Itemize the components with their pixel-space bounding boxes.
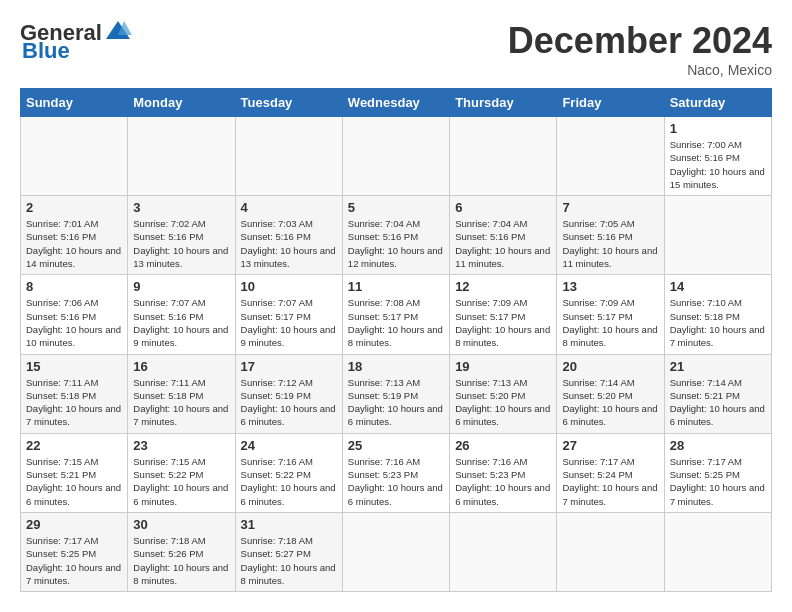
logo-icon xyxy=(104,17,132,45)
calendar-week-row: 29Sunrise: 7:17 AM Sunset: 5:25 PM Dayli… xyxy=(21,512,772,591)
day-info: Sunrise: 7:09 AM Sunset: 5:17 PM Dayligh… xyxy=(562,296,658,349)
calendar-cell: 22Sunrise: 7:15 AM Sunset: 5:21 PM Dayli… xyxy=(21,433,128,512)
day-info: Sunrise: 7:07 AM Sunset: 5:16 PM Dayligh… xyxy=(133,296,229,349)
calendar-cell: 28Sunrise: 7:17 AM Sunset: 5:25 PM Dayli… xyxy=(664,433,771,512)
day-number: 19 xyxy=(455,359,551,374)
calendar-cell: 5Sunrise: 7:04 AM Sunset: 5:16 PM Daylig… xyxy=(342,196,449,275)
calendar-cell: 23Sunrise: 7:15 AM Sunset: 5:22 PM Dayli… xyxy=(128,433,235,512)
calendar-cell: 18Sunrise: 7:13 AM Sunset: 5:19 PM Dayli… xyxy=(342,354,449,433)
calendar-header-row: SundayMondayTuesdayWednesdayThursdayFrid… xyxy=(21,89,772,117)
day-number: 15 xyxy=(26,359,122,374)
day-number: 12 xyxy=(455,279,551,294)
calendar-cell xyxy=(557,512,664,591)
calendar-cell xyxy=(664,512,771,591)
day-info: Sunrise: 7:04 AM Sunset: 5:16 PM Dayligh… xyxy=(348,217,444,270)
day-info: Sunrise: 7:14 AM Sunset: 5:21 PM Dayligh… xyxy=(670,376,766,429)
calendar-cell: 25Sunrise: 7:16 AM Sunset: 5:23 PM Dayli… xyxy=(342,433,449,512)
day-number: 23 xyxy=(133,438,229,453)
calendar-cell: 31Sunrise: 7:18 AM Sunset: 5:27 PM Dayli… xyxy=(235,512,342,591)
calendar-cell xyxy=(342,512,449,591)
day-info: Sunrise: 7:12 AM Sunset: 5:19 PM Dayligh… xyxy=(241,376,337,429)
calendar-cell: 3Sunrise: 7:02 AM Sunset: 5:16 PM Daylig… xyxy=(128,196,235,275)
location-text: Naco, Mexico xyxy=(508,62,772,78)
day-info: Sunrise: 7:13 AM Sunset: 5:19 PM Dayligh… xyxy=(348,376,444,429)
day-info: Sunrise: 7:09 AM Sunset: 5:17 PM Dayligh… xyxy=(455,296,551,349)
calendar-cell: 15Sunrise: 7:11 AM Sunset: 5:18 PM Dayli… xyxy=(21,354,128,433)
logo-blue-text: Blue xyxy=(22,38,70,64)
calendar-week-row: 15Sunrise: 7:11 AM Sunset: 5:18 PM Dayli… xyxy=(21,354,772,433)
calendar-cell: 16Sunrise: 7:11 AM Sunset: 5:18 PM Dayli… xyxy=(128,354,235,433)
calendar-cell: 21Sunrise: 7:14 AM Sunset: 5:21 PM Dayli… xyxy=(664,354,771,433)
day-header-monday: Monday xyxy=(128,89,235,117)
calendar-cell: 20Sunrise: 7:14 AM Sunset: 5:20 PM Dayli… xyxy=(557,354,664,433)
calendar-cell xyxy=(128,117,235,196)
day-number: 16 xyxy=(133,359,229,374)
day-number: 22 xyxy=(26,438,122,453)
calendar-cell: 6Sunrise: 7:04 AM Sunset: 5:16 PM Daylig… xyxy=(450,196,557,275)
day-number: 4 xyxy=(241,200,337,215)
title-block: December 2024 Naco, Mexico xyxy=(508,20,772,78)
day-header-saturday: Saturday xyxy=(664,89,771,117)
day-number: 27 xyxy=(562,438,658,453)
calendar-cell: 10Sunrise: 7:07 AM Sunset: 5:17 PM Dayli… xyxy=(235,275,342,354)
day-info: Sunrise: 7:04 AM Sunset: 5:16 PM Dayligh… xyxy=(455,217,551,270)
calendar-cell: 27Sunrise: 7:17 AM Sunset: 5:24 PM Dayli… xyxy=(557,433,664,512)
day-number: 11 xyxy=(348,279,444,294)
day-info: Sunrise: 7:01 AM Sunset: 5:16 PM Dayligh… xyxy=(26,217,122,270)
day-header-sunday: Sunday xyxy=(21,89,128,117)
calendar-cell xyxy=(450,512,557,591)
day-number: 28 xyxy=(670,438,766,453)
day-info: Sunrise: 7:05 AM Sunset: 5:16 PM Dayligh… xyxy=(562,217,658,270)
day-number: 26 xyxy=(455,438,551,453)
day-number: 2 xyxy=(26,200,122,215)
day-header-friday: Friday xyxy=(557,89,664,117)
calendar-cell: 9Sunrise: 7:07 AM Sunset: 5:16 PM Daylig… xyxy=(128,275,235,354)
calendar-week-row: 1Sunrise: 7:00 AM Sunset: 5:16 PM Daylig… xyxy=(21,117,772,196)
day-number: 1 xyxy=(670,121,766,136)
day-number: 5 xyxy=(348,200,444,215)
day-info: Sunrise: 7:00 AM Sunset: 5:16 PM Dayligh… xyxy=(670,138,766,191)
day-info: Sunrise: 7:17 AM Sunset: 5:25 PM Dayligh… xyxy=(26,534,122,587)
logo: General Blue xyxy=(20,20,132,64)
day-info: Sunrise: 7:16 AM Sunset: 5:23 PM Dayligh… xyxy=(455,455,551,508)
calendar-cell xyxy=(21,117,128,196)
calendar-cell: 30Sunrise: 7:18 AM Sunset: 5:26 PM Dayli… xyxy=(128,512,235,591)
day-info: Sunrise: 7:11 AM Sunset: 5:18 PM Dayligh… xyxy=(26,376,122,429)
calendar-cell: 4Sunrise: 7:03 AM Sunset: 5:16 PM Daylig… xyxy=(235,196,342,275)
day-header-tuesday: Tuesday xyxy=(235,89,342,117)
day-info: Sunrise: 7:17 AM Sunset: 5:24 PM Dayligh… xyxy=(562,455,658,508)
calendar-cell: 11Sunrise: 7:08 AM Sunset: 5:17 PM Dayli… xyxy=(342,275,449,354)
day-number: 9 xyxy=(133,279,229,294)
calendar-cell xyxy=(235,117,342,196)
calendar-cell: 14Sunrise: 7:10 AM Sunset: 5:18 PM Dayli… xyxy=(664,275,771,354)
day-number: 24 xyxy=(241,438,337,453)
day-number: 31 xyxy=(241,517,337,532)
calendar-cell: 7Sunrise: 7:05 AM Sunset: 5:16 PM Daylig… xyxy=(557,196,664,275)
day-info: Sunrise: 7:10 AM Sunset: 5:18 PM Dayligh… xyxy=(670,296,766,349)
day-number: 17 xyxy=(241,359,337,374)
calendar-cell xyxy=(342,117,449,196)
day-info: Sunrise: 7:08 AM Sunset: 5:17 PM Dayligh… xyxy=(348,296,444,349)
calendar-cell: 24Sunrise: 7:16 AM Sunset: 5:22 PM Dayli… xyxy=(235,433,342,512)
day-number: 20 xyxy=(562,359,658,374)
day-info: Sunrise: 7:07 AM Sunset: 5:17 PM Dayligh… xyxy=(241,296,337,349)
day-number: 29 xyxy=(26,517,122,532)
calendar-cell: 8Sunrise: 7:06 AM Sunset: 5:16 PM Daylig… xyxy=(21,275,128,354)
calendar-cell: 29Sunrise: 7:17 AM Sunset: 5:25 PM Dayli… xyxy=(21,512,128,591)
day-header-thursday: Thursday xyxy=(450,89,557,117)
calendar-cell: 17Sunrise: 7:12 AM Sunset: 5:19 PM Dayli… xyxy=(235,354,342,433)
day-number: 21 xyxy=(670,359,766,374)
calendar-cell: 26Sunrise: 7:16 AM Sunset: 5:23 PM Dayli… xyxy=(450,433,557,512)
day-info: Sunrise: 7:02 AM Sunset: 5:16 PM Dayligh… xyxy=(133,217,229,270)
day-number: 10 xyxy=(241,279,337,294)
day-info: Sunrise: 7:03 AM Sunset: 5:16 PM Dayligh… xyxy=(241,217,337,270)
day-number: 3 xyxy=(133,200,229,215)
day-number: 14 xyxy=(670,279,766,294)
day-info: Sunrise: 7:11 AM Sunset: 5:18 PM Dayligh… xyxy=(133,376,229,429)
day-number: 30 xyxy=(133,517,229,532)
day-info: Sunrise: 7:15 AM Sunset: 5:21 PM Dayligh… xyxy=(26,455,122,508)
calendar-cell: 19Sunrise: 7:13 AM Sunset: 5:20 PM Dayli… xyxy=(450,354,557,433)
day-info: Sunrise: 7:18 AM Sunset: 5:26 PM Dayligh… xyxy=(133,534,229,587)
day-number: 13 xyxy=(562,279,658,294)
day-info: Sunrise: 7:16 AM Sunset: 5:22 PM Dayligh… xyxy=(241,455,337,508)
